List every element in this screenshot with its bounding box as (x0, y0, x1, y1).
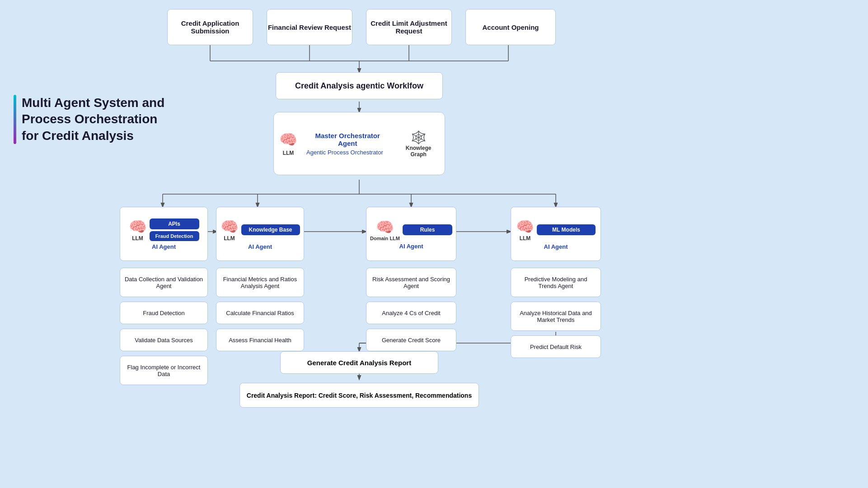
brain-icon-3: 🧠 (376, 218, 394, 236)
agent3-llm: 🧠 Domain LLM (370, 218, 400, 241)
page-title: Multi Agent System and Process Orchestra… (22, 95, 167, 144)
task-box-3-header: Risk Assessment and Scoring Agent (366, 268, 456, 297)
agent4-llm: 🧠 LLM (516, 218, 534, 242)
agent1-badges: APIs Fraud Detection (150, 218, 199, 241)
task-box-1-3: Flag Incomplete or Incorrect Data (120, 356, 208, 385)
title-block: Multi Agent System and Process Orchestra… (14, 95, 167, 144)
agent-top-4: 🧠 LLM ML Models (515, 218, 597, 242)
agent4-badges: ML Models (537, 224, 596, 235)
task-box-2-1: Calculate Financial Ratios (216, 302, 304, 324)
agent-box-3: 🧠 Domain LLM Rules AI Agent (366, 207, 456, 261)
workflow-box: Credit Analysis agentic Worklfow (276, 72, 443, 99)
task-box-2-2: Assess Financial Health (216, 329, 304, 351)
diagram-container: Multi Agent System and Process Orchestra… (0, 0, 868, 488)
agent-inner-3: 🧠 Domain LLM Rules AI Agent (370, 218, 452, 250)
badge-fraud: Fraud Detection (150, 231, 199, 241)
agent-top-2: 🧠 LLM Knowledge Base (220, 218, 300, 242)
agent3-badges: Rules (403, 224, 452, 235)
task-box-3-2: Generate Credit Score (366, 329, 456, 351)
task-box-1-2: Validate Data Sources (120, 329, 208, 351)
input-box-1: Credit Application Submission (167, 9, 253, 45)
agent-box-1: 🧠 LLM APIs Fraud Detection AI Agent (120, 207, 208, 261)
task-box-1-header: Data Collection and Validation Agent (120, 268, 208, 297)
badge-knowledge-base: Knowledge Base (241, 224, 300, 235)
agent1-llm: 🧠 LLM (129, 218, 147, 242)
input-box-4: Account Opening (465, 9, 556, 45)
agent-inner-1: 🧠 LLM APIs Fraud Detection AI Agent (124, 218, 204, 250)
agent2-llm: 🧠 LLM (221, 218, 239, 242)
orch-right: Master Orchestrator Agent Agentic Proces… (306, 132, 389, 156)
task-box-4-header: Predictive Modeling and Trends Agent (511, 268, 601, 297)
brain-icon-2: 🧠 (221, 218, 239, 235)
brain-icon-1: 🧠 (129, 218, 147, 235)
task-box-1-1: Fraud Detection (120, 302, 208, 324)
agent-box-2: 🧠 LLM Knowledge Base AI Agent (216, 207, 304, 261)
orch-inner: 🧠 LLM Master Orchestrator Agent Agentic … (279, 130, 439, 158)
input-box-3: Credit Limit Adjustment Request (366, 9, 452, 45)
agent2-badges: Knowledge Base (241, 224, 300, 235)
task-box-2-header: Financial Metrics and Ratios Analysis Ag… (216, 268, 304, 297)
agent-top-3: 🧠 Domain LLM Rules (370, 218, 452, 241)
title-accent: Multi Agent System and Process Orchestra… (14, 95, 167, 144)
agent-inner-4: 🧠 LLM ML Models AI Agent (515, 218, 597, 250)
agent-top-1: 🧠 LLM APIs Fraud Detection (124, 218, 204, 242)
final-report-box: Credit Analysis Report: Credit Score, Ri… (239, 383, 479, 408)
badge-rules: Rules (403, 224, 452, 235)
kg-block: 🕸️ Knowlege Graph (398, 130, 439, 158)
orch-llm-block: 🧠 LLM (279, 131, 297, 156)
brain-icon-4: 🧠 (516, 218, 534, 235)
generate-report-box: Generate Credit Analysis Report (280, 351, 438, 374)
brain-icon-orch: 🧠 (279, 131, 297, 148)
knowledge-graph-icon: 🕸️ (411, 130, 427, 145)
task-box-3-1: Analyze 4 Cs of Credit (366, 302, 456, 324)
agent-inner-2: 🧠 LLM Knowledge Base AI Agent (220, 218, 300, 250)
input-box-2: Financial Review Request (267, 9, 352, 45)
orchestrator-box: 🧠 LLM Master Orchestrator Agent Agentic … (273, 112, 445, 175)
task-box-4-1: Analyze Historical Data and Market Trend… (511, 302, 601, 331)
badge-ml-models: ML Models (537, 224, 596, 235)
task-box-4-2: Predict Default Risk (511, 335, 601, 358)
agent-box-4: 🧠 LLM ML Models AI Agent (511, 207, 601, 261)
badge-apis: APIs (150, 218, 199, 229)
title-bar (14, 95, 16, 144)
